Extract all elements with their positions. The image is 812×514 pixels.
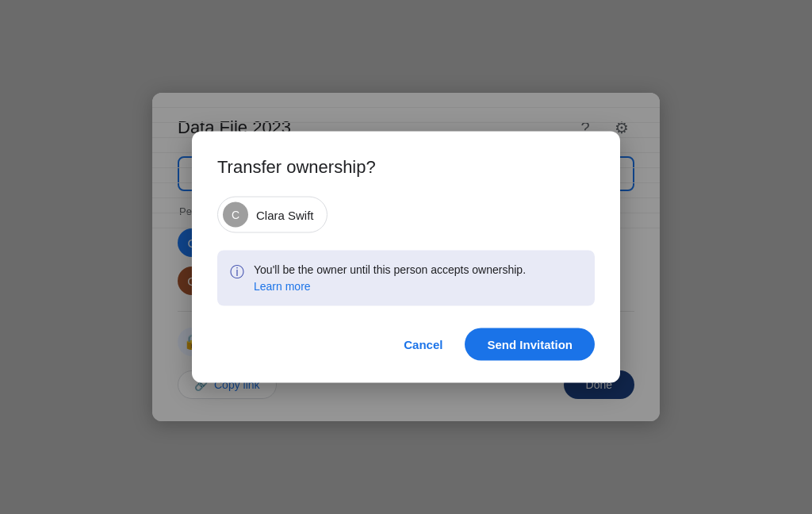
user-chip: C Clara Swift (217, 197, 327, 233)
chip-initials: C (232, 209, 239, 221)
send-invitation-label: Send Invitation (487, 338, 573, 351)
modal-actions: Cancel Send Invitation (217, 328, 595, 361)
cancel-label: Cancel (404, 338, 442, 351)
learn-more-link[interactable]: Learn more (254, 280, 311, 293)
send-invitation-button[interactable]: Send Invitation (465, 328, 595, 361)
chip-name: Clara Swift (256, 208, 314, 221)
modal-title: Transfer ownership? (217, 157, 595, 178)
transfer-ownership-modal: Transfer ownership? C Clara Swift ⓘ You'… (192, 132, 620, 383)
info-text-container: You'll be the owner until this person ac… (254, 262, 526, 295)
cancel-button[interactable]: Cancel (394, 330, 452, 359)
info-message: You'll be the owner until this person ac… (254, 263, 526, 276)
chip-avatar: C (223, 202, 248, 228)
info-box: ⓘ You'll be the owner until this person … (217, 251, 595, 306)
info-icon: ⓘ (230, 263, 244, 282)
